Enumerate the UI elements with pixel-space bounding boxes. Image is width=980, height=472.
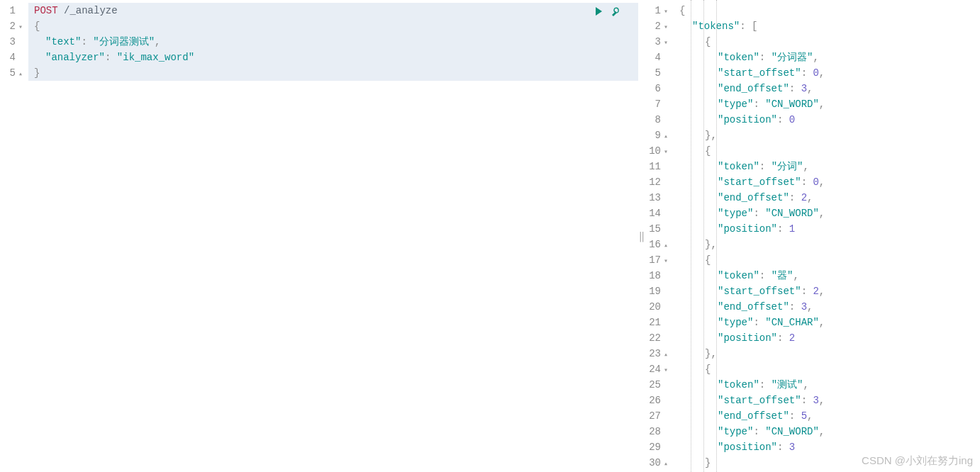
gutter-line: 22 — [648, 330, 669, 346]
code-line: "position": 1 — [674, 221, 980, 237]
code-line: "analyzer": "ik_max_word" — [28, 50, 638, 65]
gutter-line: 23▴ — [648, 346, 669, 361]
code-line: "position": 3 — [674, 439, 980, 455]
code-line: "start_offset": 0, — [674, 174, 980, 190]
code-line: "end_offset": 3, — [674, 81, 980, 96]
code-line: }, — [674, 237, 980, 252]
request-editor[interactable]: 12▾345▴ POST /_analyze{"text": "分词器测试","… — [0, 0, 638, 472]
response-pane: 1▾2▾3▾456789▴10▾111213141516▴17▾18192021… — [645, 0, 980, 472]
gutter-line: 25 — [648, 377, 669, 393]
request-actions — [591, 4, 624, 18]
play-icon — [594, 6, 603, 16]
code-line: }, — [674, 128, 980, 143]
gutter-line: 14 — [648, 206, 669, 221]
code-line: "type": "CN_CHAR", — [674, 315, 980, 330]
fold-toggle[interactable]: ▴ — [17, 67, 24, 82]
gutter-line: 21 — [648, 315, 669, 330]
fold-toggle[interactable]: ▴ — [662, 129, 669, 145]
gutter-line: 2▾ — [3, 18, 24, 34]
gutter-line: 13 — [648, 190, 669, 206]
gutter-line: 1▾ — [648, 3, 669, 18]
response-gutter: 1▾2▾3▾456789▴10▾111213141516▴17▾18192021… — [645, 0, 674, 472]
code-line: { — [674, 361, 980, 377]
fold-toggle[interactable]: ▾ — [662, 20, 669, 35]
fold-toggle[interactable]: ▾ — [662, 145, 669, 160]
code-line: "end_offset": 2, — [674, 190, 980, 206]
gutter-line: 4 — [648, 50, 669, 65]
fold-toggle[interactable]: ▴ — [662, 238, 669, 254]
code-line: "token": "分词器", — [674, 50, 980, 65]
code-line: }, — [674, 346, 980, 361]
code-line: { — [674, 3, 980, 18]
gutter-line: 7 — [648, 96, 669, 112]
gutter-line: 20 — [648, 299, 669, 315]
code-line: "text": "分词器测试", — [28, 34, 638, 50]
code-line: { — [674, 34, 980, 50]
gutter-line: 28 — [648, 424, 669, 439]
code-line: "token": "分词", — [674, 159, 980, 174]
gutter-line: 12 — [648, 174, 669, 190]
code-line: "position": 2 — [674, 330, 980, 346]
gutter-line: 15 — [648, 221, 669, 237]
code-line: "end_offset": 3, — [674, 299, 980, 315]
code-line: { — [674, 252, 980, 268]
gutter-line: 6 — [648, 81, 669, 96]
code-line: "end_offset": 5, — [674, 408, 980, 424]
code-line: { — [674, 143, 980, 159]
fold-toggle[interactable]: ▾ — [662, 4, 669, 20]
gutter-line: 3▾ — [648, 34, 669, 50]
code-line: "token": "器", — [674, 268, 980, 283]
code-line: "start_offset": 0, — [674, 65, 980, 81]
request-gutter: 12▾345▴ — [0, 0, 28, 472]
gutter-line: 1 — [3, 3, 24, 18]
fold-toggle[interactable]: ▾ — [662, 363, 669, 378]
gutter-line: 16▴ — [648, 237, 669, 252]
fold-toggle[interactable]: ▴ — [662, 456, 669, 472]
gutter-line: 29 — [648, 439, 669, 455]
code-line: } — [674, 455, 980, 471]
code-line: "token": "测试", — [674, 377, 980, 393]
gutter-line: 30▴ — [648, 455, 669, 471]
fold-toggle[interactable]: ▾ — [662, 254, 669, 269]
gutter-line: 5 — [648, 65, 669, 81]
fold-toggle[interactable]: ▾ — [17, 20, 24, 35]
gutter-line: 4 — [3, 50, 24, 65]
gutter-line: 19 — [648, 283, 669, 299]
response-editor[interactable]: 1▾2▾3▾456789▴10▾111213141516▴17▾18192021… — [645, 0, 980, 472]
gutter-line: 11 — [648, 159, 669, 174]
code-line: { — [28, 18, 638, 34]
wrench-button[interactable] — [610, 4, 624, 18]
pane-divider[interactable]: ‖ — [638, 0, 645, 472]
gutter-line: 27 — [648, 408, 669, 424]
code-line: } — [28, 65, 638, 81]
wrench-icon — [611, 6, 623, 17]
gutter-line: 9▴ — [648, 128, 669, 143]
console-container: 12▾345▴ POST /_analyze{"text": "分词器测试","… — [0, 0, 980, 472]
code-line: "type": "CN_WORD", — [674, 424, 980, 439]
gutter-line: 10▾ — [648, 143, 669, 159]
gutter-line: 8 — [648, 112, 669, 128]
gutter-line: 18 — [648, 268, 669, 283]
code-line: POST /_analyze — [28, 3, 638, 18]
request-code[interactable]: POST /_analyze{"text": "分词器测试","analyzer… — [28, 0, 638, 472]
gutter-line: 2▾ — [648, 18, 669, 34]
request-pane: 12▾345▴ POST /_analyze{"text": "分词器测试","… — [0, 0, 638, 472]
response-code: {"tokens": [{"token": "分词器","start_offse… — [674, 0, 980, 472]
run-button[interactable] — [591, 4, 606, 18]
gutter-line: 5▴ — [3, 65, 24, 81]
code-line: "start_offset": 2, — [674, 283, 980, 299]
gutter-line: 17▾ — [648, 252, 669, 268]
code-line: "tokens": [ — [674, 18, 980, 34]
code-line: "type": "CN_WORD", — [674, 206, 980, 221]
gutter-line: 26 — [648, 393, 669, 408]
gutter-line: 3 — [3, 34, 24, 50]
code-line: "start_offset": 3, — [674, 393, 980, 408]
fold-toggle[interactable]: ▾ — [662, 35, 669, 51]
fold-toggle[interactable]: ▴ — [662, 347, 669, 363]
code-line: "position": 0 — [674, 112, 980, 128]
code-line: "type": "CN_WORD", — [674, 96, 980, 112]
gutter-line: 24▾ — [648, 361, 669, 377]
